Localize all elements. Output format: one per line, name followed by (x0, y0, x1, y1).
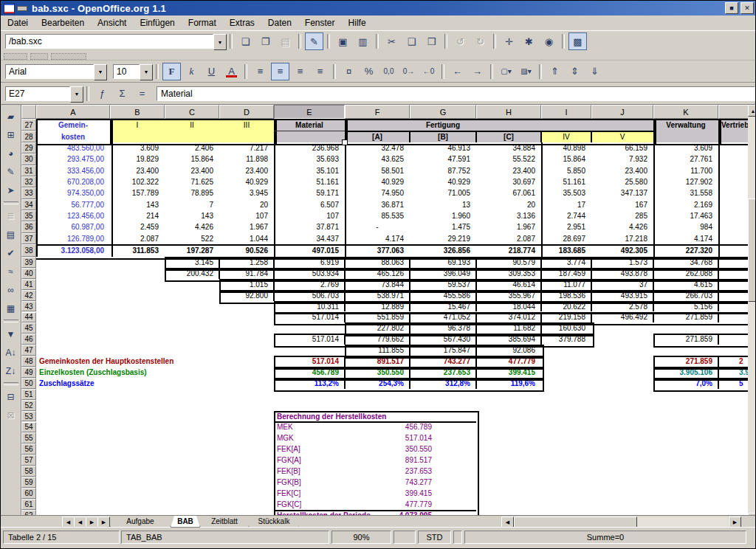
cell-E40[interactable]: 503.934 (274, 268, 345, 279)
cell-F31[interactable]: 58.501 (345, 165, 410, 176)
cell-J38[interactable]: 492.305 (591, 244, 653, 257)
paste-icon[interactable]: ❒ (422, 32, 441, 50)
row-header-37[interactable]: 37 (21, 233, 36, 244)
sheet-tab-bab[interactable]: BAB (171, 516, 200, 528)
title-bar[interactable]: bab.sxc - OpenOffice.org 1.1 ■✕ (1, 1, 756, 15)
cell-E56[interactable]: FEK[A] (274, 443, 345, 455)
function-icon[interactable]: = (133, 85, 151, 103)
print-icon[interactable]: ▥ (354, 32, 372, 50)
cell-L50[interactable]: 5 (718, 378, 748, 389)
cell-F38[interactable]: 377.063 (345, 244, 410, 257)
cell-F46[interactable]: 779.662 (345, 334, 410, 345)
row-header-61[interactable]: 61 (21, 499, 36, 510)
cell-G28[interactable]: [B] (410, 131, 476, 142)
cell-H44[interactable]: 374.012 (476, 312, 541, 323)
cell-H38[interactable]: 218.774 (476, 244, 541, 257)
borders-icon[interactable]: ▢▾ (497, 63, 515, 80)
hyperlink-icon[interactable]: ◉ (540, 32, 558, 50)
cell-J29[interactable]: 66.159 (591, 142, 653, 153)
cell-G43[interactable]: 15.467 (410, 301, 476, 312)
cell-C35[interactable]: 143 (165, 210, 219, 221)
cell-F57[interactable]: 891.517 (345, 455, 476, 466)
cell-G38[interactable]: 326.856 (410, 244, 476, 257)
vertical-scroll-thumb[interactable] (748, 198, 756, 302)
delete-decimal-icon[interactable]: ←0 (419, 63, 438, 80)
cell-H41[interactable]: 46.614 (476, 279, 541, 290)
cell-F62[interactable]: 4.073.995 (345, 510, 476, 515)
cell-F40[interactable]: 465.126 (345, 268, 410, 279)
cell-F39[interactable]: 88.063 (345, 257, 410, 268)
cell-E58[interactable]: FEK[B] (274, 466, 345, 477)
cell-G36[interactable]: 1.475 (410, 221, 476, 232)
column-header-J[interactable]: J (591, 105, 653, 119)
cell-E39[interactable]: 6.919 (274, 257, 345, 268)
sheet-grid[interactable]: ABCDEFGHIJKL2728293031323334353637383940… (21, 105, 748, 515)
cell-I42[interactable]: 198.536 (541, 290, 591, 301)
cell-J31[interactable]: 23.400 (591, 165, 653, 176)
cell-B27[interactable]: I (110, 119, 165, 131)
cell-H36[interactable]: 1.967 (476, 221, 541, 232)
number-percent-icon[interactable]: % (360, 63, 378, 80)
cell-K38[interactable]: 227.320 (653, 244, 718, 257)
cell-F56[interactable]: 350.550 (345, 443, 476, 455)
cell-D31[interactable]: 23.400 (219, 165, 274, 176)
number-currency-icon[interactable]: ¤ (340, 63, 358, 80)
row-header-35[interactable]: 35 (21, 210, 36, 221)
cell-H49[interactable]: 399.415 (476, 367, 541, 378)
cell-F34[interactable]: 36.871 (345, 199, 410, 210)
font-name-dropdown-icon[interactable]: ▼ (94, 64, 107, 80)
cell-B30[interactable]: 19.829 (110, 153, 165, 165)
sort-descending-icon[interactable]: Z↓ (1, 362, 21, 380)
cell-E42[interactable]: 506.703 (274, 290, 345, 301)
insert-icon[interactable]: ▰ (1, 107, 21, 125)
cell-H45[interactable]: 11.682 (476, 322, 541, 334)
row-header-41[interactable]: 41 (21, 279, 36, 290)
cell-C29[interactable]: 2.406 (165, 142, 219, 153)
cell-G34[interactable]: 13 (410, 199, 476, 210)
menu-datei[interactable]: Datei (1, 16, 35, 30)
status-mode[interactable]: STD (418, 531, 451, 544)
cell-F50[interactable]: 254,3% (345, 378, 410, 389)
sum-icon[interactable]: Σ (113, 85, 131, 103)
row-header-54[interactable]: 54 (21, 422, 36, 433)
cell-K39[interactable]: 34.768 (653, 257, 718, 268)
cell-G31[interactable]: 87.752 (410, 165, 476, 176)
row-header-56[interactable]: 56 (21, 443, 36, 455)
cell-I45[interactable]: 160.630 (541, 322, 591, 334)
cell-C37[interactable]: 522 (165, 233, 219, 244)
cell-I32[interactable]: 51.161 (541, 176, 591, 187)
row-header-58[interactable]: 58 (21, 466, 36, 477)
row-header-29[interactable]: 29 (21, 142, 36, 153)
menu-einfuegen[interactable]: Einfügen (133, 16, 181, 30)
group-icon[interactable]: ⊟ (1, 387, 21, 406)
row-header-47[interactable]: 47 (21, 345, 36, 356)
horizontal-scrollbar[interactable] (514, 517, 728, 527)
row-header-27[interactable]: 27 (21, 119, 36, 131)
cell-E54[interactable]: MEK (274, 422, 345, 433)
cell-B35[interactable]: 214 (110, 210, 165, 221)
cell-D42[interactable]: 92.800 (219, 290, 274, 301)
cell-G40[interactable]: 396.049 (410, 268, 476, 279)
cell-A34[interactable]: 56.777,00 (36, 199, 110, 210)
cell-E48[interactable]: 517.014 (274, 356, 345, 367)
cut-icon[interactable]: ✂ (382, 32, 401, 50)
cell-I39[interactable]: 3.774 (541, 257, 591, 268)
cell-F48[interactable]: 891.517 (345, 356, 410, 367)
cell-F35[interactable]: 85.535 (345, 210, 410, 221)
cell-I40[interactable]: 187.459 (541, 268, 591, 279)
cell-G30[interactable]: 47.591 (410, 153, 476, 165)
data-sources-icon[interactable]: ▦ (1, 299, 21, 317)
cell-I41[interactable]: 11.077 (541, 279, 591, 290)
row-header-42[interactable]: 42 (21, 290, 36, 301)
cell-F37[interactable]: 4.174 (345, 233, 410, 244)
column-header-A[interactable]: A (36, 105, 110, 119)
row-header-32[interactable]: 32 (21, 176, 36, 187)
row-header-46[interactable]: 46 (21, 334, 36, 345)
cell-D29[interactable]: 7.217 (219, 142, 274, 153)
font-size-dropdown-icon[interactable]: ▼ (140, 64, 153, 80)
column-header-I[interactable]: I (541, 105, 591, 119)
menu-hilfe[interactable]: Hilfe (342, 16, 373, 30)
insert-sheet-icon[interactable]: ≣ (1, 207, 21, 225)
cell-E46[interactable]: 517.014 (274, 334, 345, 345)
cell-D27[interactable]: III (219, 119, 274, 131)
